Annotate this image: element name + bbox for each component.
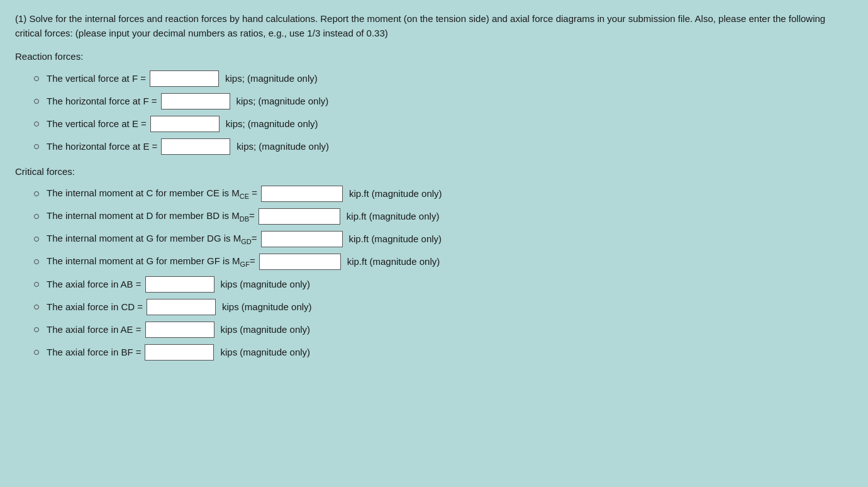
- moment-c-ce-label: The internal moment at C for member CE i…: [47, 188, 257, 200]
- list-item: The internal moment at C for member CE i…: [34, 186, 853, 202]
- bullet-icon: [34, 76, 39, 81]
- bullet-icon: [34, 282, 39, 287]
- vertical-force-e-input[interactable]: [150, 116, 220, 132]
- horizontal-force-e-input[interactable]: [161, 138, 230, 155]
- axial-bf-label: The axial force in BF =: [47, 347, 141, 357]
- axial-ae-suffix: kips (magnitude only): [221, 324, 311, 335]
- axial-ab-input[interactable]: [145, 276, 214, 293]
- bullet-icon: [34, 259, 39, 264]
- vertical-force-f-label: The vertical force at F =: [47, 73, 146, 84]
- moment-c-ce-suffix: kip.ft (magnitude only): [349, 188, 442, 199]
- vertical-force-e-suffix: kips; (magnitude only): [226, 118, 318, 129]
- horizontal-force-e-suffix: kips; (magnitude only): [236, 141, 329, 152]
- bullet-icon: [34, 144, 39, 149]
- list-item: The horizontal force at E = kips; (magni…: [34, 138, 853, 155]
- axial-cd-input[interactable]: [147, 299, 216, 315]
- list-item: The horizontal force at F = kips; (magni…: [34, 93, 853, 109]
- vertical-force-e-label: The vertical force at E =: [47, 118, 147, 129]
- moment-g-dg-suffix: kip.ft (magnitude only): [349, 233, 442, 244]
- axial-ae-label: The axial force in AE =: [47, 324, 142, 335]
- axial-bf-suffix: kips (magnitude only): [220, 347, 310, 357]
- vertical-force-f-input[interactable]: [150, 70, 219, 87]
- bullet-icon: [34, 305, 39, 310]
- list-item: The axial force in AE = kips (magnitude …: [34, 322, 853, 338]
- moment-g-dg-input[interactable]: [261, 231, 343, 247]
- list-item: The axial force in BF = kips (magnitude …: [34, 344, 853, 361]
- axial-ae-input[interactable]: [145, 322, 214, 338]
- list-item: The internal moment at G for member GF i…: [34, 254, 853, 270]
- bullet-icon: [34, 327, 39, 332]
- bullet-icon: [34, 191, 39, 196]
- axial-ab-suffix: kips (magnitude only): [221, 279, 311, 289]
- horizontal-force-f-input[interactable]: [161, 93, 230, 109]
- list-item: The vertical force at F = kips; (magnitu…: [34, 70, 853, 87]
- critical-forces-list: The internal moment at C for member CE i…: [34, 186, 853, 361]
- horizontal-force-e-label: The horizontal force at E =: [47, 141, 157, 152]
- axial-cd-label: The axial force in CD =: [47, 301, 143, 312]
- list-item: The axial force in CD = kips (magnitude …: [34, 299, 853, 315]
- moment-g-gf-input[interactable]: [259, 254, 341, 270]
- moment-g-gf-suffix: kip.ft (magnitude only): [347, 256, 440, 267]
- horizontal-force-f-suffix: kips; (magnitude only): [236, 96, 329, 106]
- bullet-icon: [34, 350, 39, 355]
- axial-cd-suffix: kips (magnitude only): [222, 301, 312, 312]
- bullet-icon: [34, 99, 39, 104]
- vertical-force-f-suffix: kips; (magnitude only): [225, 73, 318, 84]
- moment-g-gf-label: The internal moment at G for member GF i…: [47, 255, 255, 268]
- moment-d-bd-label: The internal moment at D for member BD i…: [47, 210, 255, 223]
- list-item: The internal moment at D for member BD i…: [34, 208, 853, 225]
- axial-ab-label: The axial force in AB =: [47, 279, 142, 289]
- reaction-forces-label: Reaction forces:: [15, 51, 853, 62]
- reaction-forces-list: The vertical force at F = kips; (magnitu…: [34, 70, 853, 155]
- bullet-icon: [34, 214, 39, 219]
- list-item: The vertical force at E = kips; (magnitu…: [34, 116, 853, 132]
- moment-c-ce-input[interactable]: [261, 186, 343, 202]
- critical-forces-label: Critical forces:: [15, 166, 853, 177]
- moment-d-bd-input[interactable]: [259, 208, 340, 225]
- list-item: The axial force in AB = kips (magnitude …: [34, 276, 853, 293]
- moment-g-dg-label: The internal moment at G for member DG i…: [47, 233, 257, 245]
- intro-paragraph: (1) Solve for the internal forces and re…: [15, 11, 853, 41]
- horizontal-force-f-label: The horizontal force at F =: [47, 96, 157, 106]
- bullet-icon: [34, 121, 39, 126]
- moment-d-bd-suffix: kip.ft (magnitude only): [347, 211, 440, 221]
- list-item: The internal moment at G for member DG i…: [34, 231, 853, 247]
- axial-bf-input[interactable]: [145, 344, 214, 361]
- bullet-icon: [34, 237, 39, 242]
